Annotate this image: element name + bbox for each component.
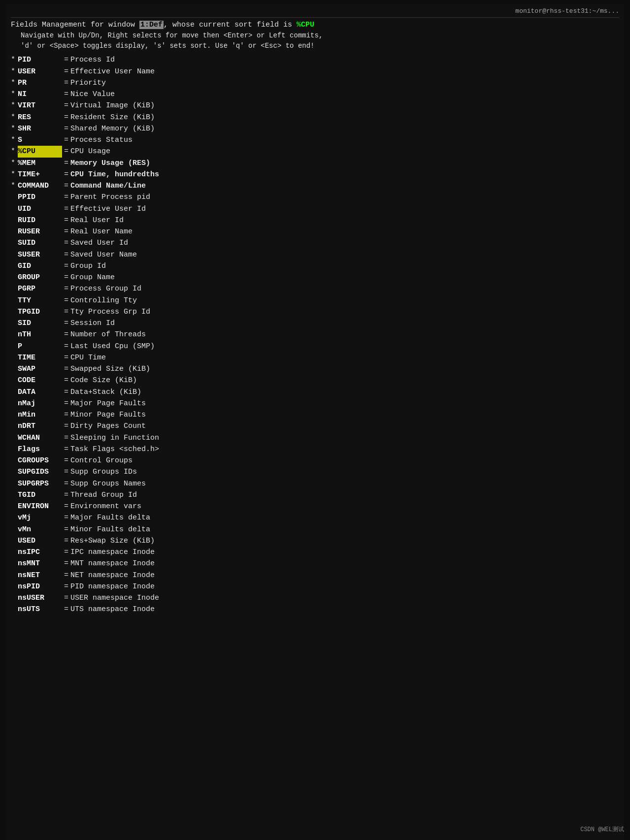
header-bar: Fields Management for window 1:Def, whos…	[11, 20, 619, 52]
sort-field: %CPU	[297, 21, 314, 29]
field-eq: =	[64, 398, 68, 409]
field-eq: =	[64, 409, 68, 420]
field-row: nMaj = Major Page Faults	[11, 398, 619, 409]
field-row: *%MEM = Memory Usage (RES)	[11, 158, 619, 169]
field-desc: Task Flags <sched.h>	[70, 444, 159, 455]
nav-line1: Navigate with Up/Dn, Right selects for m…	[11, 31, 619, 41]
field-row: *USER = Effective User Name	[11, 66, 619, 77]
field-eq: =	[64, 295, 68, 306]
field-eq: =	[64, 581, 68, 592]
field-name: P	[18, 341, 62, 352]
field-row: nsMNT = MNT namespace Inode	[11, 558, 619, 569]
field-eq: =	[64, 123, 68, 134]
field-desc: MNT namespace Inode	[70, 558, 155, 569]
field-row: *COMMAND = Command Name/Line	[11, 180, 619, 192]
field-eq: =	[64, 249, 68, 260]
field-star: *	[11, 180, 18, 192]
field-desc: NET namespace Inode	[70, 570, 155, 581]
field-row: nsUSER = USER namespace Inode	[11, 592, 619, 604]
field-name: CGROUPS	[18, 455, 62, 466]
field-desc: Shared Memory (KiB)	[70, 123, 155, 134]
field-desc: Environment vars	[70, 501, 141, 512]
field-desc: Effective User Id	[70, 203, 146, 215]
field-row: *RES = Resident Size (KiB)	[11, 112, 619, 123]
field-eq: =	[64, 169, 68, 180]
field-eq: =	[64, 341, 68, 352]
field-name: GROUP	[18, 272, 62, 283]
field-name: nMaj	[18, 398, 62, 409]
field-eq: =	[64, 352, 68, 363]
field-eq: =	[64, 54, 68, 65]
field-row: vMn = Minor Faults delta	[11, 524, 619, 535]
field-row: PPID = Parent Process pid	[11, 192, 619, 203]
field-name: PGRP	[18, 283, 62, 294]
field-eq: =	[64, 306, 68, 318]
field-row: CODE = Code Size (KiB)	[11, 375, 619, 386]
field-row: TIME = CPU Time	[11, 352, 619, 363]
terminal: monitor@rhss-test31:~/ms... Fields Manag…	[6, 4, 624, 840]
field-eq: =	[64, 363, 68, 375]
field-desc: Priority	[70, 77, 106, 89]
field-desc: Major Page Faults	[70, 398, 146, 409]
field-row: vMj = Major Faults delta	[11, 512, 619, 523]
field-row: DATA = Data+Stack (KiB)	[11, 387, 619, 398]
field-row: TPGID = Tty Process Grp Id	[11, 306, 619, 318]
field-row: PGRP = Process Group Id	[11, 283, 619, 294]
field-eq: =	[64, 455, 68, 466]
field-eq: =	[64, 570, 68, 581]
field-name: RUID	[18, 215, 62, 226]
field-eq: =	[64, 215, 68, 226]
field-name: nsNET	[18, 570, 62, 581]
field-name: PPID	[18, 192, 62, 203]
field-name: nTH	[18, 329, 62, 340]
field-desc: Supp Groups IDs	[70, 466, 137, 478]
field-row: GROUP = Group Name	[11, 272, 619, 283]
field-row: *TIME+ = CPU Time, hundredths	[11, 169, 619, 180]
field-desc: UTS namespace Inode	[70, 604, 155, 615]
field-desc: Saved User Name	[70, 249, 137, 260]
field-desc: Data+Stack (KiB)	[70, 387, 141, 398]
field-desc: IPC namespace Inode	[70, 547, 155, 558]
field-row: WCHAN = Sleeping in Function	[11, 432, 619, 444]
field-name: SWAP	[18, 363, 62, 375]
field-name: WCHAN	[18, 432, 62, 444]
field-name: TIME	[18, 352, 62, 363]
field-eq: =	[64, 524, 68, 535]
field-desc: Group Id	[70, 260, 106, 272]
field-eq: =	[64, 444, 68, 455]
field-row: *SHR = Shared Memory (KiB)	[11, 123, 619, 134]
field-row: *S = Process Status	[11, 134, 619, 146]
field-desc: Parent Process pid	[70, 192, 150, 203]
field-desc: Minor Faults delta	[70, 524, 150, 535]
field-eq: =	[64, 100, 68, 111]
field-name: SUPGIDS	[18, 466, 62, 478]
field-desc: Sleeping in Function	[70, 432, 159, 444]
field-name: PID	[18, 54, 62, 65]
field-eq: =	[64, 260, 68, 272]
field-name: SUPGRPS	[18, 478, 62, 489]
fields-list: *PID = Process Id*USER = Effective User …	[11, 54, 619, 615]
field-name: GID	[18, 260, 62, 272]
field-eq: =	[64, 158, 68, 169]
field-name: S	[18, 134, 62, 146]
field-desc: Nice Value	[70, 89, 115, 100]
field-eq: =	[64, 512, 68, 523]
field-row: RUID = Real User Id	[11, 215, 619, 226]
field-eq: =	[64, 203, 68, 215]
header-prefix: Fields Management for window	[11, 21, 139, 29]
field-desc: Saved User Id	[70, 237, 128, 249]
field-row: *NI = Nice Value	[11, 89, 619, 100]
field-desc: Minor Page Faults	[70, 409, 146, 420]
field-star: *	[11, 89, 18, 100]
field-name: %CPU	[18, 146, 62, 157]
field-row: TGID = Thread Group Id	[11, 489, 619, 501]
field-desc: Group Name	[70, 272, 115, 283]
field-desc: Tty Process Grp Id	[70, 306, 150, 318]
field-eq: =	[64, 466, 68, 478]
field-eq: =	[64, 329, 68, 340]
field-row: nsPID = PID namespace Inode	[11, 581, 619, 592]
field-desc: Virtual Image (KiB)	[70, 100, 155, 111]
field-name: TPGID	[18, 306, 62, 318]
field-eq: =	[64, 420, 68, 432]
field-name: COMMAND	[18, 180, 62, 192]
